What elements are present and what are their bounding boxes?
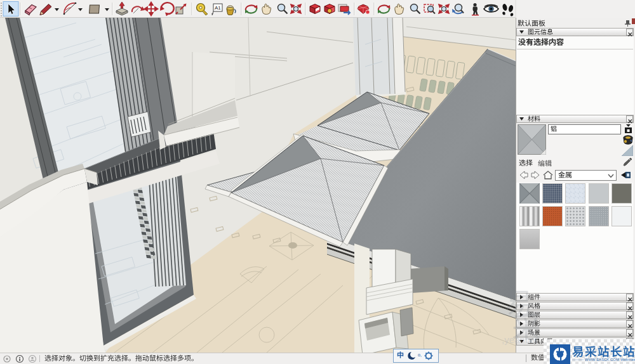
svg-text:o,: o,: [418, 353, 422, 357]
svg-text:A1: A1: [215, 5, 221, 11]
